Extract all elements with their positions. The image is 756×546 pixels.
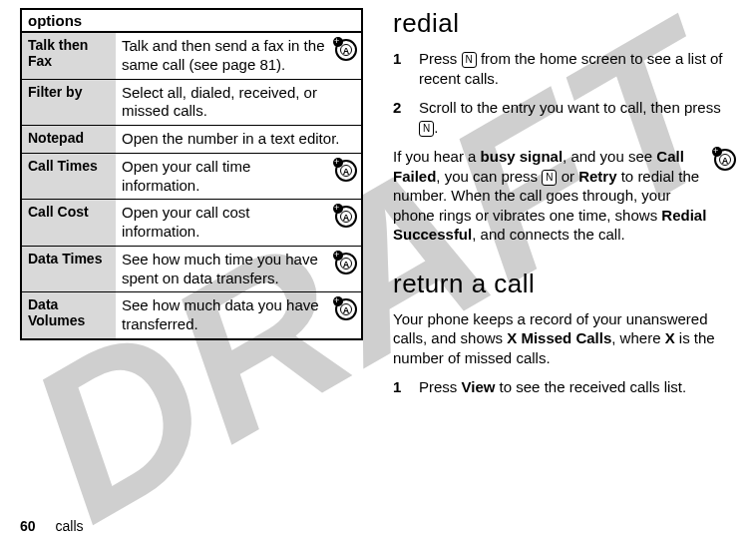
ui-label: X Missed Calls [507, 329, 611, 346]
table-row: Data Volumes See how much data you have … [21, 292, 362, 339]
page-number: 60 [20, 518, 36, 534]
feature-availability-icon [714, 149, 736, 171]
option-label: Call Times [21, 153, 116, 200]
step: 1 Press View to see the received calls l… [393, 377, 736, 397]
feature-availability-icon [335, 160, 357, 182]
option-label: Filter by [21, 79, 116, 126]
text: or [557, 168, 578, 185]
ui-label: X [665, 329, 675, 346]
return-call-paragraph: Your phone keeps a record of your unansw… [393, 309, 736, 368]
feature-availability-icon [335, 39, 357, 61]
left-column: options Talk then Fax Talk and then send… [20, 8, 363, 407]
text: Press [419, 50, 462, 67]
step-number: 1 [393, 377, 407, 397]
option-label: Data Volumes [21, 292, 116, 339]
send-key-icon: N [462, 52, 477, 68]
busy-signal-paragraph: If you hear a busy signal, and you see C… [393, 147, 708, 245]
heading-redial: redial [393, 8, 736, 39]
text: If you hear a [393, 148, 481, 165]
ui-label: Retry [578, 168, 616, 185]
text: , and connects the call. [472, 226, 624, 243]
table-row: Filter by Select all, dialed, received, … [21, 79, 362, 126]
step-text: Press N from the home screen to see a li… [419, 49, 736, 88]
step-text: Scroll to the entry you want to call, th… [419, 98, 736, 137]
table-row: Talk then Fax Talk and then send a fax i… [21, 32, 362, 79]
step-number: 2 [393, 98, 407, 137]
text: , where [611, 329, 664, 346]
feature-availability-icon [335, 298, 357, 320]
option-desc: Open your call time information. [122, 158, 331, 196]
options-header: options [21, 9, 362, 32]
table-row: Call Times Open your call time informati… [21, 153, 362, 200]
feature-availability-icon [335, 206, 357, 228]
right-column: redial 1 Press N from the home screen to… [393, 8, 736, 407]
text: Press [419, 378, 462, 395]
table-row: Notepad Open the number in a text editor… [21, 126, 362, 154]
page-footer: 60calls [20, 518, 84, 534]
step: 1 Press N from the home screen to see a … [393, 49, 736, 88]
option-desc: Open your call cost information. [122, 204, 331, 242]
feature-availability-icon [335, 253, 357, 274]
text: . [434, 119, 438, 136]
table-row: Data Times See how much time you have sp… [21, 246, 362, 292]
option-desc: Talk and then send a fax in the same cal… [122, 37, 331, 75]
text: to see the received calls list. [495, 378, 686, 395]
send-key-icon: N [542, 170, 557, 186]
option-label: Call Cost [21, 200, 116, 247]
bold-text: busy signal [481, 148, 564, 165]
step: 2 Scroll to the entry you want to call, … [393, 98, 736, 137]
text: , and you see [563, 148, 656, 165]
text: Scroll to the entry you want to call, th… [419, 99, 721, 116]
option-desc: Open the number in a text editor. [122, 130, 357, 149]
section-label: calls [56, 518, 84, 534]
text: , you can press [436, 168, 542, 185]
table-row: Call Cost Open your call cost informatio… [21, 200, 362, 247]
ui-label: View [462, 378, 496, 395]
option-label: Notepad [21, 126, 116, 154]
option-label: Talk then Fax [21, 32, 116, 79]
step-number: 1 [393, 49, 407, 88]
option-desc: See how much time you have spent on data… [122, 251, 331, 288]
option-label: Data Times [21, 246, 116, 292]
option-desc: See how much data you have transferred. [122, 296, 331, 334]
step-text: Press View to see the received calls lis… [419, 377, 736, 397]
options-table: options Talk then Fax Talk and then send… [20, 8, 363, 340]
send-key-icon: N [419, 121, 434, 137]
heading-return-call: return a call [393, 269, 736, 299]
option-desc: Select all, dialed, received, or missed … [122, 84, 357, 122]
